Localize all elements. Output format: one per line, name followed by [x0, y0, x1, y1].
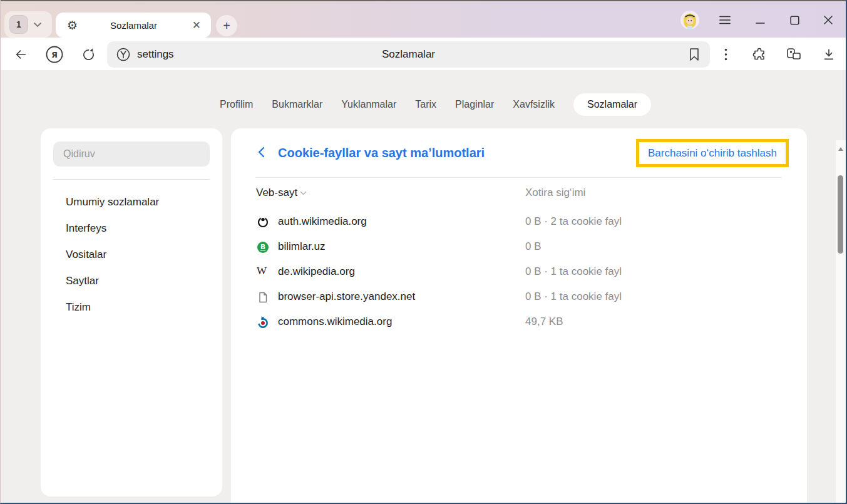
- header-divider: [256, 177, 782, 178]
- table-row[interactable]: commons.wikimedia.org 49,7 KB: [231, 310, 807, 335]
- nav-tab-xavfsizlik[interactable]: Xavfsizlik: [513, 99, 555, 110]
- settings-nav-tabs: Profilim Bukmarklar Yuklanmalar Tarix Pl…: [220, 93, 651, 116]
- window-titlebar: 1 ⚙ Sozlamalar ✕ +: [1, 0, 846, 38]
- new-tab-button[interactable]: +: [216, 15, 237, 36]
- sidebar-divider: [53, 179, 210, 180]
- extensions-puzzle-icon[interactable]: [747, 39, 772, 70]
- page-title: Cookie-fayllar va sayt ma’lumotlari: [278, 146, 485, 160]
- column-site-label: Veb-sayt: [256, 187, 297, 198]
- window-close-button[interactable]: [817, 1, 839, 39]
- nav-tab-plaginlar[interactable]: Plaginlar: [455, 99, 494, 110]
- bilimlar-favicon: B: [257, 241, 269, 254]
- table-row[interactable]: B bilimlar.uz 0 B: [231, 235, 807, 260]
- settings-page: Profilim Bukmarklar Yuklanmalar Tarix Pl…: [1, 70, 846, 504]
- commons-favicon: [257, 316, 269, 329]
- site-domain: bilimlar.uz: [278, 240, 326, 253]
- sidebar-item-tizim[interactable]: Tizim: [41, 294, 222, 321]
- site-storage-size: 0 B · 1 ta cookie fayl: [525, 291, 622, 303]
- wikimedia-favicon: [257, 216, 269, 229]
- profile-avatar[interactable]: [679, 1, 701, 39]
- sidebar-item-saytlar[interactable]: Saytlar: [41, 268, 222, 294]
- sidebar-item-umumiy-sozlamalar[interactable]: Umumiy sozlamalar: [41, 189, 222, 215]
- column-header-size: Xotira sig‘imi: [525, 187, 585, 199]
- sort-chevron-icon[interactable]: [300, 191, 307, 195]
- window-maximize-button[interactable]: [783, 1, 806, 39]
- document-favicon: [257, 291, 269, 304]
- table-row[interactable]: W de.wikipedia.org 0 B · 1 ta cookie fay…: [231, 260, 807, 285]
- window-minimize-button[interactable]: [749, 1, 771, 39]
- menu-hamburger-icon[interactable]: [714, 1, 736, 39]
- address-bar[interactable]: settings Sozlamalar: [107, 41, 710, 68]
- highlight-annotation-box: Barchasini o‘chirib tashlash: [636, 139, 789, 167]
- page-scrollbar[interactable]: [836, 140, 846, 504]
- table-header: Veb-sayt Xotira sig‘imi: [231, 185, 807, 202]
- chevron-down-icon: [33, 22, 42, 28]
- svg-text:Я: Я: [51, 50, 58, 59]
- downloads-icon[interactable]: [816, 39, 841, 70]
- site-storage-size: 0 B: [525, 240, 542, 253]
- tab-group-control[interactable]: 1: [4, 11, 52, 38]
- tab-title: Sozlamalar: [78, 20, 190, 31]
- passwords-key-icon[interactable]: [781, 39, 806, 70]
- tab-close-icon[interactable]: ✕: [190, 20, 203, 31]
- site-domain: commons.wikimedia.org: [278, 316, 392, 328]
- table-row[interactable]: auth.wikimedia.org 0 B · 2 ta cookie fay…: [231, 210, 807, 235]
- address-page-title: Sozlamalar: [107, 48, 710, 61]
- gear-icon: ⚙: [67, 19, 78, 31]
- nav-tab-sozlamalar-active[interactable]: Sozlamalar: [573, 93, 651, 116]
- site-domain: de.wikipedia.org: [278, 265, 355, 278]
- back-chevron-icon[interactable]: [256, 146, 266, 158]
- delete-all-button[interactable]: Barchasini o‘chirib tashlash: [648, 147, 777, 160]
- site-domain: browser-api.store.yandex.net: [278, 291, 415, 303]
- cookies-panel: Cookie-fayllar va sayt ma’lumotlari Barc…: [231, 128, 807, 504]
- browser-toolbar: Я settings Sozlamalar: [1, 39, 846, 70]
- nav-tab-bukmarklar[interactable]: Bukmarklar: [272, 99, 322, 110]
- tab-counter-badge[interactable]: 1: [9, 15, 28, 34]
- protect-y-icon: [116, 47, 131, 62]
- scrollbar-thumb[interactable]: [838, 175, 843, 254]
- bookmark-icon[interactable]: [687, 47, 701, 62]
- nav-tab-tarix[interactable]: Tarix: [415, 99, 436, 110]
- table-row[interactable]: browser-api.store.yandex.net 0 B · 1 ta …: [231, 285, 807, 310]
- sidebar-search-input[interactable]: [53, 141, 210, 167]
- site-domain: auth.wikimedia.org: [278, 215, 367, 228]
- sidebar-item-interfeys[interactable]: Interfeys: [41, 215, 222, 242]
- scroll-up-icon[interactable]: [837, 145, 844, 153]
- address-input-value[interactable]: settings: [137, 48, 174, 61]
- site-storage-size: 49,7 KB: [525, 316, 563, 328]
- browser-tab-settings[interactable]: ⚙ Sozlamalar ✕: [56, 13, 211, 38]
- avatar-image: [680, 11, 699, 29]
- sidebar-item-vositalar[interactable]: Vositalar: [41, 242, 222, 268]
- nav-tab-yuklanmalar[interactable]: Yuklanmalar: [341, 99, 396, 110]
- reload-icon[interactable]: [76, 39, 101, 70]
- site-storage-size: 0 B · 2 ta cookie fayl: [525, 215, 622, 228]
- column-header-site[interactable]: Veb-sayt: [256, 187, 307, 199]
- settings-sidebar: Umumiy sozlamalar Interfeys Vositalar Sa…: [41, 128, 222, 496]
- sidebar-menu: Umumiy sozlamalar Interfeys Vositalar Sa…: [41, 189, 222, 321]
- wikipedia-favicon: W: [257, 265, 267, 277]
- back-button[interactable]: [8, 39, 33, 70]
- svg-text:B: B: [260, 243, 265, 250]
- browser-window: 1 ⚙ Sozlamalar ✕ +: [0, 0, 847, 504]
- nav-tab-profilim[interactable]: Profilim: [220, 99, 253, 110]
- yandex-logo-icon[interactable]: Я: [42, 39, 67, 70]
- more-options-icon[interactable]: [713, 39, 738, 70]
- site-storage-size: 0 B · 1 ta cookie fayl: [525, 265, 622, 278]
